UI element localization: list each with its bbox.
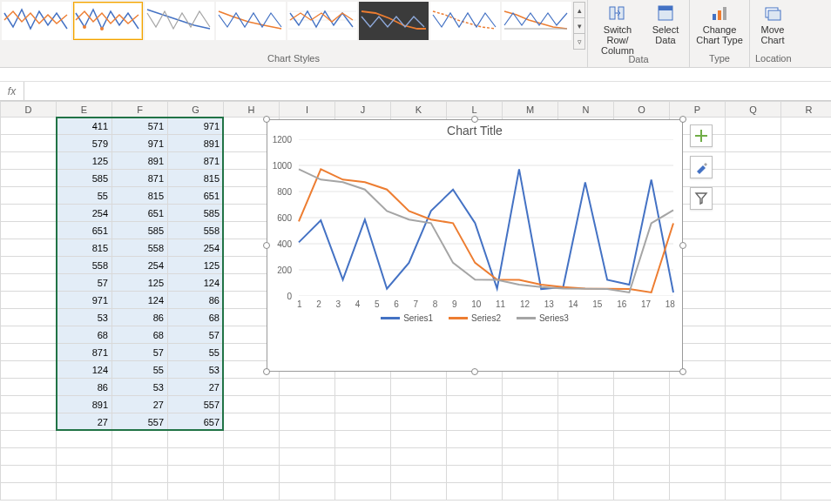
cell-E7[interactable]: 651 [57, 222, 112, 239]
cell-E3[interactable]: 125 [57, 152, 112, 170]
cell-R20[interactable] [781, 448, 832, 466]
cell-G5[interactable]: 651 [168, 187, 224, 205]
cell-F2[interactable]: 971 [112, 135, 168, 152]
cell-I18[interactable] [280, 413, 335, 431]
cell-O20[interactable] [614, 448, 670, 466]
cell-D14[interactable] [1, 344, 57, 361]
cell-G20[interactable] [168, 448, 224, 466]
cell-P19[interactable] [670, 431, 726, 448]
chart-style-3[interactable] [145, 2, 214, 40]
cell-Q17[interactable] [726, 396, 781, 413]
gallery-expand-icon[interactable]: ▿ [573, 33, 585, 50]
cell-N20[interactable] [558, 448, 614, 466]
cell-D10[interactable] [1, 274, 57, 292]
cell-L19[interactable] [447, 431, 503, 448]
cell-G1[interactable]: 971 [168, 118, 224, 135]
cell-E10[interactable]: 57 [57, 274, 112, 292]
cell-K19[interactable] [391, 431, 447, 448]
cell-I17[interactable] [280, 396, 335, 413]
cell-G21[interactable] [168, 466, 224, 483]
cell-Q13[interactable] [726, 326, 781, 344]
cell-O19[interactable] [614, 431, 670, 448]
cell-I22[interactable] [280, 483, 335, 501]
cell-Q16[interactable] [726, 379, 781, 396]
chart-style-5[interactable] [287, 2, 357, 40]
cell-J18[interactable] [335, 413, 391, 431]
column-header-E[interactable]: E [57, 102, 112, 118]
cell-E17[interactable]: 891 [57, 396, 112, 413]
cell-G2[interactable]: 891 [168, 135, 224, 152]
cell-D4[interactable] [1, 170, 57, 187]
cell-G14[interactable]: 55 [168, 344, 224, 361]
cell-R3[interactable] [781, 152, 832, 170]
cell-I19[interactable] [280, 431, 335, 448]
cell-E12[interactable]: 53 [57, 309, 112, 326]
cell-Q6[interactable] [726, 205, 781, 222]
cell-O18[interactable] [614, 413, 670, 431]
cell-E2[interactable]: 579 [57, 135, 112, 152]
cell-F15[interactable]: 55 [112, 361, 168, 379]
cell-E13[interactable]: 68 [57, 326, 112, 344]
cell-R15[interactable] [781, 361, 832, 379]
chart-styles-button[interactable] [690, 156, 713, 178]
cell-M17[interactable] [503, 396, 558, 413]
cell-M18[interactable] [503, 413, 558, 431]
cell-F9[interactable]: 254 [112, 257, 168, 274]
cell-D3[interactable] [1, 152, 57, 170]
cell-R8[interactable] [781, 239, 832, 257]
chart-elements-button[interactable] [690, 124, 713, 147]
cell-F22[interactable] [112, 483, 168, 501]
cell-F5[interactable]: 815 [112, 187, 168, 205]
chart-style-6[interactable] [359, 2, 429, 40]
cell-R1[interactable] [781, 118, 832, 135]
cell-F14[interactable]: 57 [112, 344, 168, 361]
cell-D22[interactable] [1, 483, 57, 501]
cell-D20[interactable] [1, 448, 57, 466]
cell-D1[interactable] [1, 118, 57, 135]
cell-F18[interactable]: 557 [112, 413, 168, 431]
cell-R4[interactable] [781, 170, 832, 187]
resize-handle-s[interactable] [471, 368, 478, 375]
cell-D19[interactable] [1, 431, 57, 448]
cell-L18[interactable] [447, 413, 503, 431]
cell-H20[interactable] [224, 448, 280, 466]
cell-P20[interactable] [670, 448, 726, 466]
chart-style-8[interactable] [502, 2, 571, 40]
cell-Q9[interactable] [726, 257, 781, 274]
cell-G15[interactable]: 53 [168, 361, 224, 379]
cell-L22[interactable] [447, 483, 503, 501]
cell-F13[interactable]: 68 [112, 326, 168, 344]
switch-row-column-button[interactable]: Switch Row/ Column [593, 2, 642, 56]
cell-D16[interactable] [1, 379, 57, 396]
cell-Q2[interactable] [726, 135, 781, 152]
resize-handle-sw[interactable] [263, 368, 270, 375]
cell-K18[interactable] [391, 413, 447, 431]
cell-Q5[interactable] [726, 187, 781, 205]
cell-Q3[interactable] [726, 152, 781, 170]
cell-D21[interactable] [1, 466, 57, 483]
cell-F21[interactable] [112, 466, 168, 483]
embedded-chart[interactable]: Chart Title 020040060080010001200 123456… [267, 119, 683, 372]
cell-H22[interactable] [224, 483, 280, 501]
cell-E4[interactable]: 585 [57, 170, 112, 187]
column-header-D[interactable]: D [1, 102, 57, 118]
cell-E11[interactable]: 971 [57, 292, 112, 309]
cell-R7[interactable] [781, 222, 832, 239]
cell-F10[interactable]: 125 [112, 274, 168, 292]
cell-E15[interactable]: 124 [57, 361, 112, 379]
cell-D15[interactable] [1, 361, 57, 379]
chevron-down-icon[interactable]: ▾ [573, 17, 585, 33]
cell-E9[interactable]: 558 [57, 257, 112, 274]
cell-E20[interactable] [57, 448, 112, 466]
cell-E14[interactable]: 871 [57, 344, 112, 361]
column-header-F[interactable]: F [112, 102, 168, 118]
cell-F20[interactable] [112, 448, 168, 466]
cell-Q15[interactable] [726, 361, 781, 379]
column-header-K[interactable]: K [391, 102, 447, 118]
column-header-M[interactable]: M [503, 102, 558, 118]
cell-Q14[interactable] [726, 344, 781, 361]
fx-icon[interactable]: fx [0, 82, 24, 100]
cell-F7[interactable]: 585 [112, 222, 168, 239]
worksheet-grid[interactable]: DEFGHIJKLMNOPQR4115719715799718911258918… [0, 101, 831, 501]
column-header-R[interactable]: R [781, 102, 832, 118]
